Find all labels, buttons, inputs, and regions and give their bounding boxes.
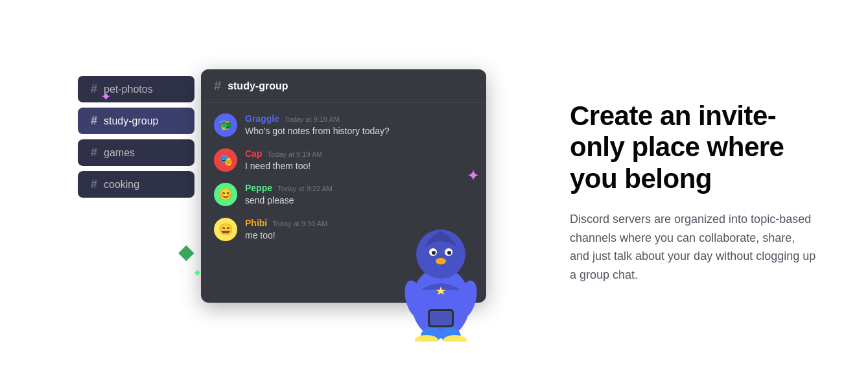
avatar-graggle: 🐲 — [214, 113, 237, 137]
message-time-cap: Today at 9:19 AM — [267, 150, 322, 158]
sparkle-pink-icon: ✦ — [100, 89, 111, 104]
hash-icon: # — [91, 114, 97, 128]
author-name-cap: Cap — [245, 148, 262, 159]
avatar-cap: 🎭 — [214, 148, 237, 172]
message-header-graggle: Graggle Today at 9:18 AM — [245, 113, 390, 124]
message-content-graggle: Graggle Today at 9:18 AM Who's got notes… — [245, 113, 390, 138]
svg-rect-10 — [430, 311, 452, 325]
message-time-phibi: Today at 9:30 AM — [272, 220, 327, 228]
hash-icon: # — [91, 178, 97, 191]
message-time-graggle: Today at 9:18 AM — [285, 115, 340, 123]
avatar-peppe: 😊 — [214, 183, 237, 206]
page-container: ✦ ✦ ◆ ◆ # pet-photos # study-group # gam… — [0, 11, 868, 374]
channel-item-study-group[interactable]: # study-group — [78, 108, 194, 134]
svg-point-6 — [436, 258, 446, 264]
channel-item-games[interactable]: # games — [78, 139, 194, 166]
channel-item-cooking[interactable]: # cooking — [78, 171, 194, 198]
sparkle-small-icon: ◆ — [194, 268, 200, 277]
channel-label: cooking — [104, 179, 139, 191]
message-graggle: 🐲 Graggle Today at 9:18 AM Who's got not… — [214, 113, 473, 138]
message-header-peppe: Peppe Today at 9:22 AM — [245, 183, 333, 193]
message-content-phibi: Phibi Today at 9:30 AM me too! — [245, 218, 327, 242]
sparkle-pink-right-icon: ✦ — [467, 167, 480, 185]
hash-icon: # — [91, 146, 97, 159]
text-section: Create an invite-only place where you be… — [544, 100, 816, 285]
main-heading: Create an invite-only place where you be… — [570, 100, 816, 194]
description-text: Discord servers are organized into topic… — [570, 210, 816, 285]
channel-label: study-group — [104, 115, 159, 127]
author-name-phibi: Phibi — [245, 218, 267, 228]
message-text-peppe: send please — [245, 194, 333, 207]
message-text-phibi: me too! — [245, 229, 327, 242]
chat-channel-name: study-group — [228, 80, 288, 92]
message-header-cap: Cap Today at 9:19 AM — [245, 148, 322, 159]
author-name-graggle: Graggle — [245, 113, 279, 124]
message-cap: 🎭 Cap Today at 9:19 AM I need them too! — [214, 148, 473, 173]
character-illustration — [389, 199, 493, 342]
sparkle-green-icon: ◆ — [178, 239, 194, 264]
message-text-cap: I need them too! — [245, 160, 322, 173]
chat-header: # study-group — [201, 69, 486, 103]
message-content-peppe: Peppe Today at 9:22 AM send please — [245, 183, 333, 207]
illustration-section: ✦ ✦ ◆ ◆ # pet-photos # study-group # gam… — [39, 37, 506, 348]
channel-label: games — [104, 147, 135, 159]
channel-item-pet-photos[interactable]: # pet-photos — [78, 76, 194, 102]
message-time-peppe: Today at 9:22 AM — [277, 185, 333, 192]
svg-point-5 — [447, 251, 451, 255]
hash-icon: # — [91, 82, 97, 96]
author-name-peppe: Peppe — [245, 183, 272, 193]
svg-point-4 — [432, 251, 436, 255]
chat-hash-icon: # — [214, 78, 221, 93]
avatar-phibi: 😄 — [214, 218, 237, 241]
channel-list: # pet-photos # study-group # games # coo… — [78, 76, 194, 198]
message-text-graggle: Who's got notes from history today? — [245, 125, 390, 138]
message-header-phibi: Phibi Today at 9:30 AM — [245, 218, 327, 228]
message-content-cap: Cap Today at 9:19 AM I need them too! — [245, 148, 322, 173]
